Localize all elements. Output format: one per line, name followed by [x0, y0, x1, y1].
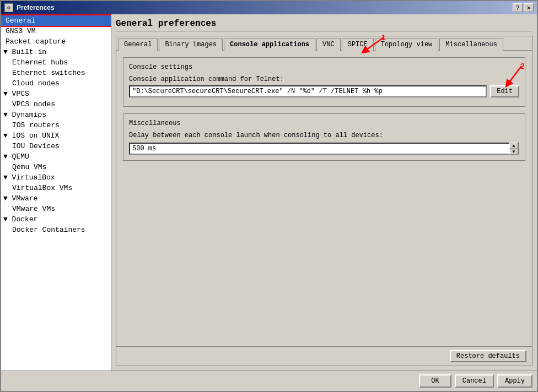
tab-content: Console settings Console application com…: [116, 51, 532, 346]
window-body: General GNS3 VM Packet capture ▼ Built-i…: [1, 14, 537, 371]
sidebar-item-docker[interactable]: ▼ Docker: [1, 214, 111, 225]
tab-general[interactable]: General: [118, 39, 158, 51]
apply-button[interactable]: Apply: [497, 374, 532, 388]
miscellaneous-section: Miscellaneous Delay between each console…: [123, 113, 525, 161]
sidebar-item-docker-containers[interactable]: Docker Containers: [1, 225, 111, 235]
restore-defaults-button[interactable]: Restore defaults: [450, 350, 526, 362]
sidebar: General GNS3 VM Packet capture ▼ Built-i…: [1, 14, 111, 371]
console-settings-section: Console settings Console application com…: [123, 57, 525, 107]
tabs-row: General Binary images Console applicatio…: [116, 36, 532, 51]
miscellaneous-label: Miscellaneous: [129, 119, 519, 127]
sidebar-item-virtualbox-vms[interactable]: VirtualBox VMs: [1, 183, 111, 193]
tab-console-applications[interactable]: Console applications: [224, 39, 315, 51]
tab-vnc[interactable]: VNC: [316, 39, 341, 51]
page-title: General preferences: [116, 19, 532, 31]
sidebar-item-packet-capture[interactable]: Packet capture: [1, 36, 111, 47]
sidebar-item-vpcs-nodes[interactable]: VPCS nodes: [1, 99, 111, 110]
sidebar-item-vmware-vms[interactable]: VMware VMs: [1, 204, 111, 214]
sidebar-item-vpcs[interactable]: ▼ VPCS: [1, 89, 111, 99]
tabs-container: General Binary images Console applicatio…: [116, 36, 532, 366]
tab-miscellaneous[interactable]: Miscellaneous: [439, 39, 503, 51]
help-button[interactable]: ?: [513, 3, 523, 12]
telnet-field-row: Edit: [129, 85, 519, 97]
sidebar-item-vmware[interactable]: ▼ VMware: [1, 193, 111, 204]
console-settings-label: Console settings: [129, 63, 519, 71]
spinbox-buttons: ▲ ▼: [509, 143, 518, 155]
sidebar-item-cloud-nodes[interactable]: Cloud nodes: [1, 78, 111, 89]
sidebar-item-ios-routers[interactable]: IOS routers: [1, 120, 111, 130]
sidebar-item-iou-devices[interactable]: IOU Devices: [1, 141, 111, 151]
bottom-right: OK Cancel Apply: [419, 374, 532, 388]
sidebar-item-qemu-vms[interactable]: Qemu VMs: [1, 162, 111, 172]
spinbox-down-button[interactable]: ▼: [509, 149, 518, 155]
sidebar-item-ethernet-switches[interactable]: Ethernet switches: [1, 68, 111, 78]
bottom-bar: OK Cancel Apply: [1, 371, 537, 391]
delay-label: Delay between each console launch when c…: [129, 132, 519, 139]
sidebar-item-gns3vm[interactable]: GNS3 VM: [1, 26, 111, 36]
title-bar-buttons: ? ✕: [513, 3, 534, 12]
cancel-button[interactable]: Cancel: [455, 374, 494, 388]
sidebar-item-general[interactable]: General: [1, 15, 111, 26]
tab-binary-images[interactable]: Binary images: [159, 39, 223, 51]
sidebar-item-virtualbox[interactable]: ▼ VirtualBox: [1, 172, 111, 183]
delay-input[interactable]: [130, 144, 509, 154]
tab-topology-view[interactable]: Topology view: [375, 39, 439, 51]
window-icon: ⚙: [4, 3, 13, 12]
sidebar-item-ethernet-hubs[interactable]: Ethernet hubs: [1, 57, 111, 68]
delay-spinbox: ▲ ▼: [129, 143, 519, 155]
edit-button[interactable]: Edit: [490, 85, 519, 97]
spinbox-up-button[interactable]: ▲: [509, 143, 518, 149]
tab-spice[interactable]: SPICE: [342, 39, 374, 51]
telnet-command-input[interactable]: [129, 85, 487, 97]
preferences-window: ⚙ Preferences ? ✕ General GNS3 VM Packet…: [0, 0, 538, 392]
ok-button[interactable]: OK: [419, 374, 451, 388]
main-content: General preferences 1: [111, 14, 537, 371]
sidebar-item-ios-on-unix[interactable]: ▼ IOS on UNIX: [1, 130, 111, 141]
restore-defaults-bar: Restore defaults: [116, 346, 532, 366]
content-wrapper: 1 2: [116, 36, 532, 366]
window-title: Preferences: [17, 4, 513, 12]
close-button[interactable]: ✕: [524, 3, 534, 12]
sidebar-item-qemu[interactable]: ▼ QEMU: [1, 151, 111, 162]
title-bar: ⚙ Preferences ? ✕: [1, 1, 537, 14]
telnet-field-label: Console application command for Telnet:: [129, 75, 519, 83]
sidebar-item-dynamips[interactable]: ▼ Dynamips: [1, 110, 111, 120]
sidebar-item-built-in[interactable]: ▼ Built-in: [1, 47, 111, 57]
